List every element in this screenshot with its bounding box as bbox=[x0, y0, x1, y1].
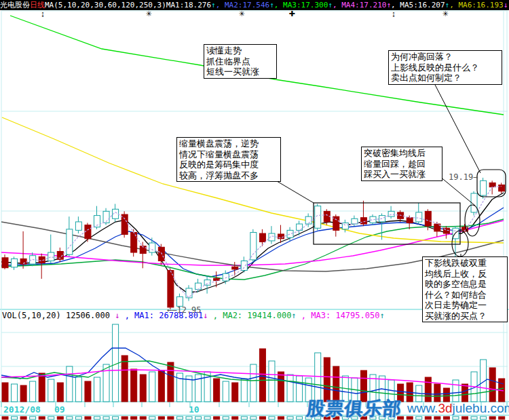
ma-item-5: , MA5: 16.207↑ bbox=[391, 0, 449, 10]
vol-label: VOL(5,10,20) bbox=[2, 311, 61, 320]
ma-item-4: , MA4: 17.210↑ bbox=[333, 0, 391, 10]
vol-ma-1: , MA1: 26788.801↓ bbox=[125, 311, 208, 320]
ma-params: MA(5,10,20,30,60,120,250,3) bbox=[45, 0, 166, 10]
svg-text:↨: ↨ bbox=[392, 9, 396, 18]
watermark: 股票俱乐部 www.3djulebu.com bbox=[307, 396, 509, 420]
header-bar: 光电股份 日线 MA(5,10,20,30,60,120,250,3) MA1:… bbox=[0, 0, 509, 10]
vol-value: 12506.000 bbox=[66, 311, 110, 320]
svg-text:✳: ✳ bbox=[442, 9, 448, 18]
ma-item-6: , MA6: 16.193↓ bbox=[449, 0, 508, 10]
ma-item-2: , MA2: 17.546↑ bbox=[216, 0, 274, 10]
date-label-sep: 09 bbox=[54, 404, 65, 415]
svg-text:✳: ✳ bbox=[145, 9, 151, 18]
vol-ma-2: , MA2: 19414.000↑ bbox=[213, 311, 297, 320]
watermark-url: www.3djulebu.com bbox=[407, 401, 509, 416]
note-lower-shadow-q: 下影线跌破双重 均线后上收，反 映的多空信息是 什么？如何结合 次日走势确定一 … bbox=[422, 256, 508, 322]
date-label-oct: 10 bbox=[189, 404, 200, 415]
stock-name: 光电股份 bbox=[0, 0, 30, 10]
note-read-trend: 读懂走势 抓住临界点 短线一买就涨 bbox=[204, 44, 277, 79]
ma-item-1: MA1: 18.276↑ bbox=[166, 0, 216, 10]
vol-ma-3: , MA3: 14795.050↑ bbox=[301, 311, 385, 320]
note-consolidation: 缩量横盘震荡，逆势 情况下缩量横盘震荡 反映的是筹码集中度 较高，浮筹抛盘不多 bbox=[176, 137, 281, 182]
period-selector[interactable]: 日线 bbox=[30, 0, 45, 10]
svg-text:✳: ✳ bbox=[238, 9, 244, 18]
note-breakout-pullback: 突破密集均线后 缩量回踩，趁回 踩买入一买就涨 bbox=[361, 147, 442, 181]
watermark-brand: 股票俱乐部 bbox=[305, 396, 403, 420]
note-upper-shadow-q: 为何冲高回落？ 上影线反映的是什么？ 卖出点如何制定？ bbox=[388, 50, 502, 85]
svg-text:↨: ↨ bbox=[41, 9, 45, 18]
volume-indicator-row: VOL(5,10,20) 12506.000 ↓ , MA1: 26788.80… bbox=[2, 311, 385, 320]
price-label-high: 19.19→ bbox=[449, 172, 478, 182]
ma-item-3: , MA3: 17.300↑ bbox=[274, 0, 333, 10]
stock-app-window: ↨✳✳✚↨✳ 光电股份 日线 MA(5,10,20,30,60,120,250,… bbox=[0, 0, 509, 420]
date-label-aug: 2012/08 bbox=[3, 404, 41, 415]
svg-text:✚: ✚ bbox=[288, 9, 295, 18]
